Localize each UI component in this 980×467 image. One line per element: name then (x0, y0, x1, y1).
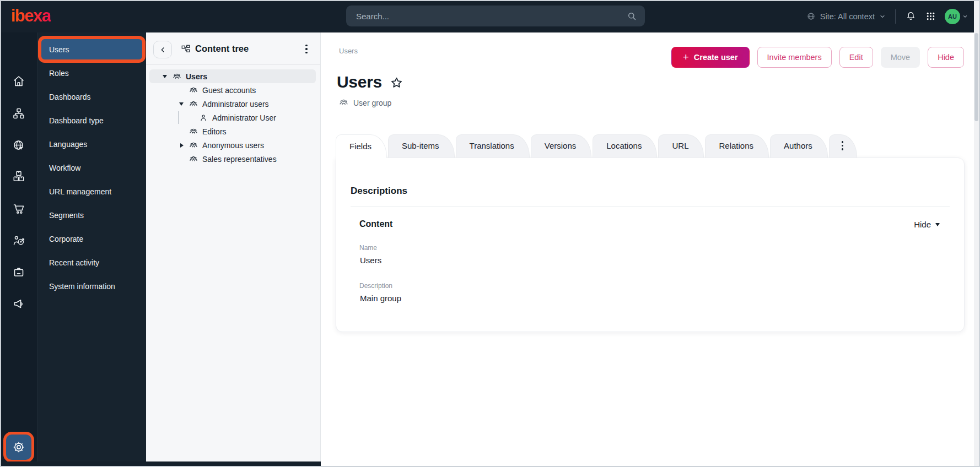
collapse-tree-button[interactable] (153, 41, 172, 58)
move-button[interactable]: Move (881, 47, 920, 68)
sidebar-item-label: Segments (49, 211, 84, 220)
search-input[interactable] (356, 12, 627, 21)
top-bar: ibexa Site: All context (0, 0, 980, 32)
caret-down-icon[interactable] (163, 72, 173, 80)
rail-item-site[interactable] (12, 139, 25, 152)
tab-locations[interactable]: Locations (593, 134, 657, 158)
icon-rail (0, 32, 37, 467)
rail-item-marketing[interactable] (12, 297, 25, 311)
tree-item-label: Administrator users (202, 100, 269, 108)
sidebar-item-corporate[interactable]: Corporate (38, 227, 146, 251)
collapse-label: Hide (914, 220, 931, 229)
notifications-bell-icon[interactable] (905, 10, 917, 22)
sidebar-item-languages[interactable]: Languages (38, 132, 146, 156)
tree-item-label: Guest accounts (202, 86, 256, 95)
app-grid-icon[interactable] (926, 12, 935, 21)
sidebar-item-roles[interactable]: Roles (38, 61, 146, 85)
create-user-label: Create user (694, 53, 738, 62)
tree-item-label: Administrator User (212, 113, 276, 122)
content-tree-rows: Users Guest accounts Administrator users… (146, 65, 320, 166)
sidebar-item-dashboard-type[interactable]: Dashboard type (38, 108, 146, 132)
bookmark-star-icon[interactable] (390, 76, 403, 90)
tree-item-users[interactable]: Users (149, 69, 316, 83)
sidebar-item-users[interactable]: Users (38, 37, 146, 61)
topbar-right-cluster: Site: All context AU (806, 0, 968, 32)
tree-item-guest-accounts[interactable]: Guest accounts (146, 83, 320, 97)
section-collapse-toggle[interactable]: Hide (914, 220, 950, 229)
invite-members-button[interactable]: Invite members (757, 47, 832, 68)
topbar-divider (895, 9, 896, 24)
gear-icon (12, 441, 25, 454)
rail-item-commerce[interactable] (12, 202, 25, 215)
sidebar-item-label: Roles (49, 69, 69, 78)
tab-translations[interactable]: Translations (456, 134, 530, 158)
person-target-icon (12, 234, 25, 247)
chevron-down-icon (962, 14, 968, 19)
tree-item-editors[interactable]: Editors (146, 124, 320, 138)
ibexa-logo[interactable]: ibexa (11, 6, 51, 26)
sidebar-item-label: Users (49, 45, 69, 54)
rail-item-products[interactable] (12, 170, 25, 183)
rail-item-personalization[interactable] (12, 234, 25, 247)
megaphone-icon (12, 297, 25, 311)
user-group-icon (189, 100, 198, 108)
create-user-button[interactable]: + Create user (671, 47, 750, 68)
breadcrumb[interactable]: Users (339, 47, 358, 55)
user-icon (199, 113, 208, 122)
rail-item-corporate[interactable] (12, 265, 25, 279)
cart-icon (12, 202, 25, 215)
scrollbar-thumb[interactable] (974, 33, 978, 121)
tree-item-label: Editors (202, 127, 227, 136)
sidebar-item-system-information[interactable]: System information (38, 274, 146, 298)
hide-button[interactable]: Hide (928, 47, 964, 68)
ibexa-admin-app: ibexa Site: All context (0, 0, 980, 467)
site-context-selector[interactable]: Site: All context (806, 12, 886, 21)
bottom-chrome-strip (0, 461, 321, 467)
rail-item-content-structure[interactable] (12, 107, 25, 120)
field-value-name: Users (351, 256, 950, 265)
admin-menu-sidebar: Users Roles Dashboards Dashboard type La… (37, 32, 146, 467)
rail-item-home[interactable] (12, 74, 25, 88)
tree-item-administrator-users[interactable]: Administrator users (146, 97, 320, 111)
tab-versions[interactable]: Versions (531, 134, 592, 158)
globe-icon (806, 12, 816, 21)
tree-item-label: Users (186, 72, 207, 81)
tab-authors[interactable]: Authors (770, 134, 828, 158)
tree-item-anonymous-users[interactable]: Anonymous users (146, 138, 320, 152)
caret-down-icon[interactable] (179, 100, 189, 108)
section-title: Content (351, 219, 392, 229)
tab-sub-items[interactable]: Sub-items (388, 134, 455, 158)
tab-fields[interactable]: Fields (336, 134, 387, 158)
global-search[interactable] (346, 6, 645, 26)
sidebar-item-dashboards[interactable]: Dashboards (38, 85, 146, 108)
action-buttons: + Create user Invite members Edit Move H… (671, 47, 964, 68)
sidebar-item-users-highlight: Users (41, 39, 142, 59)
page-scrollbar[interactable] (974, 1, 979, 466)
avatar: AU (945, 9, 960, 24)
field-label-description: Description (351, 282, 950, 290)
user-menu[interactable]: AU (945, 9, 968, 24)
sidebar-item-label: URL management (49, 187, 111, 196)
sidebar-item-label: System information (49, 282, 115, 291)
field-value-description: Main group (351, 294, 950, 303)
search-icon (627, 11, 637, 21)
tree-item-sales-representatives[interactable]: Sales representatives (146, 152, 320, 166)
tree-options-kebab-icon[interactable] (300, 42, 313, 56)
edit-button[interactable]: Edit (839, 47, 873, 68)
chevron-left-icon (159, 46, 167, 54)
content-type-row: User group (339, 98, 391, 107)
sidebar-item-workflow[interactable]: Workflow (38, 156, 146, 180)
tab-relations[interactable]: Relations (705, 134, 769, 158)
sidebar-item-recent-activity[interactable]: Recent activity (38, 251, 146, 274)
tree-item-administrator-user[interactable]: Administrator User (146, 111, 320, 124)
tab-url[interactable]: URL (658, 134, 704, 158)
tab-more-kebab-icon[interactable] (829, 134, 857, 158)
rail-item-settings[interactable] (6, 435, 31, 460)
sidebar-item-url-management[interactable]: URL management (38, 180, 146, 203)
sidebar-item-label: Recent activity (49, 258, 99, 267)
home-icon (12, 74, 25, 88)
caret-right-icon[interactable] (179, 143, 189, 148)
sidebar-item-label: Corporate (49, 235, 83, 243)
caret-down-icon (935, 223, 940, 229)
sidebar-item-segments[interactable]: Segments (38, 203, 146, 227)
